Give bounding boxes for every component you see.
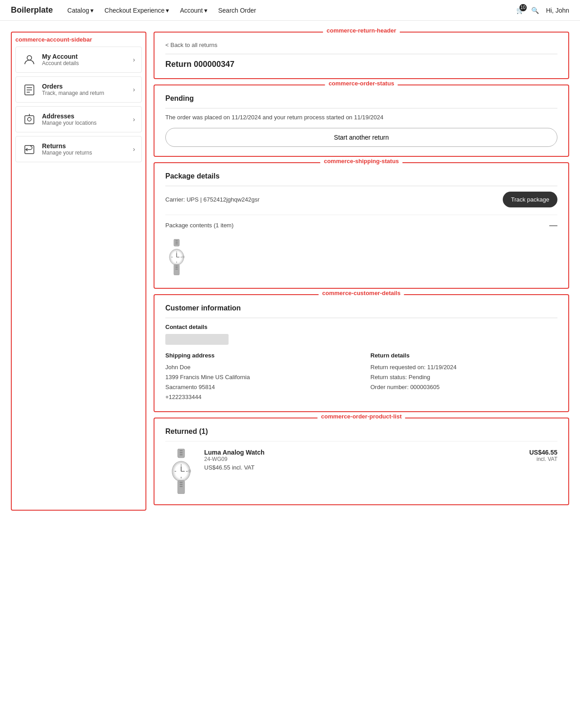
contact-placeholder [165, 334, 229, 345]
commerce-customer-details: commerce-customer-details Customer infor… [154, 294, 569, 412]
product-list-label: commerce-order-product-list [318, 413, 405, 420]
contact-details-label: Contact details [165, 324, 557, 330]
addresses-icon [22, 112, 37, 127]
product-name: Luma Analog Watch [204, 449, 522, 456]
return-details-title: Return details [370, 352, 557, 359]
sidebar-orders-title: Orders [42, 83, 104, 90]
orders-icon [22, 82, 37, 97]
svg-rect-5 [25, 116, 34, 124]
chevron-down-icon: ▾ [166, 7, 169, 14]
product-watch-svg [165, 449, 197, 494]
svg-rect-12 [175, 244, 178, 244]
nav-account[interactable]: Account ▾ [180, 7, 207, 14]
svg-point-6 [28, 117, 31, 121]
returns-icon [22, 142, 37, 156]
nav-checkout-experience[interactable]: Checkout Experience ▾ [104, 7, 169, 14]
commerce-account-sidebar: commerce-account-sidebar My Account Acco… [11, 32, 146, 511]
table-row: Luma Analog Watch 24-WG09 US$46.55 incl.… [165, 441, 557, 495]
svg-rect-28 [180, 451, 183, 451]
site-logo[interactable]: Boilerplate [11, 5, 53, 15]
product-price-vat: incl. VAT [529, 456, 557, 462]
sidebar-label: commerce-account-sidebar [15, 36, 142, 43]
order-status-label: commerce-order-status [325, 80, 398, 87]
sidebar-item-addresses[interactable]: Addresses Manage your locations › [15, 106, 142, 132]
nav-search-order[interactable]: Search Order [218, 7, 256, 14]
carrier-row: Carrier: UPS | 6752412jghqw242gsr Track … [165, 192, 557, 207]
nav-catalog[interactable]: Catalog ▾ [67, 7, 94, 14]
product-price-main: US$46.55 [529, 449, 557, 456]
svg-rect-29 [180, 452, 183, 453]
main-container: commerce-account-sidebar My Account Acco… [0, 21, 580, 521]
return-order-number: Order number: 000003605 [370, 382, 557, 392]
package-item-image [165, 235, 557, 279]
account-icon [22, 52, 37, 67]
return-number: Return 000000347 [165, 60, 557, 69]
sidebar-item-orders[interactable]: Orders Track, manage and return › [15, 76, 142, 103]
package-contents-label: Package contents (1 item) [165, 222, 234, 229]
product-sku: 24-WG09 [204, 456, 522, 462]
package-contents-row: Package contents (1 item) — [165, 215, 557, 230]
package-details-title: Package details [165, 172, 557, 180]
carrier-text: Carrier: UPS | 6752412jghqw242gsr [165, 196, 260, 203]
track-package-button[interactable]: Track package [503, 192, 557, 207]
chevron-down-icon: ▾ [90, 7, 94, 14]
sidebar-item-my-account[interactable]: My Account Account details › [15, 47, 142, 73]
svg-rect-26 [175, 269, 178, 270]
collapse-icon[interactable]: — [549, 221, 557, 230]
product-details: Luma Analog Watch 24-WG09 US$46.55 incl.… [204, 449, 522, 471]
sidebar-my-account-title: My Account [42, 53, 79, 60]
chevron-down-icon: ▾ [204, 7, 207, 14]
shipping-address-col: Shipping address John Doe 1399 Francis M… [165, 352, 352, 402]
shipping-address-title: Shipping address [165, 352, 352, 359]
svg-rect-43 [180, 484, 183, 485]
commerce-return-header: commerce-return-header Back to all retur… [154, 32, 569, 79]
return-details-col: Return details Return requested on: 11/1… [370, 352, 557, 402]
svg-rect-44 [180, 486, 183, 487]
product-price-right: US$46.55 incl. VAT [529, 449, 557, 462]
svg-rect-24 [175, 266, 178, 267]
return-header-label: commerce-return-header [323, 27, 400, 34]
shipping-city: Sacramento 95814 [165, 382, 352, 392]
sidebar-item-returns[interactable]: Returns Manage your returns › [15, 136, 142, 162]
watch-svg-image [165, 239, 188, 275]
svg-rect-22 [182, 256, 184, 258]
svg-rect-11 [175, 242, 178, 243]
customer-info-title: Customer information [165, 304, 557, 312]
shipping-street: 1399 Francis Mine US California [165, 372, 352, 382]
address-return-row: Shipping address John Doe 1399 Francis M… [165, 352, 557, 402]
commerce-order-product-list: commerce-order-product-list Returned (1) [154, 418, 569, 505]
shipping-status-label: commerce-shipping-status [320, 158, 402, 164]
returned-title: Returned (1) [165, 427, 557, 436]
svg-point-0 [27, 56, 32, 60]
sidebar-returns-sub: Manage your returns [42, 150, 92, 156]
chevron-right-icon: › [133, 146, 135, 153]
start-return-button[interactable]: Start another return [165, 128, 557, 147]
product-image [165, 449, 197, 495]
search-icon[interactable]: 🔍 [531, 7, 539, 14]
return-requested-on: Return requested on: 11/19/2024 [370, 362, 557, 372]
customer-details-label: commerce-customer-details [318, 290, 404, 296]
content-area: commerce-return-header Back to all retur… [154, 32, 569, 511]
order-status-description: The order was placed on 11/12/2024 and y… [165, 114, 557, 121]
return-status: Return status: Pending [370, 372, 557, 382]
svg-rect-42 [180, 482, 183, 483]
sidebar-addresses-title: Addresses [42, 113, 97, 120]
back-to-returns-link[interactable]: Back to all returns [165, 42, 557, 48]
chevron-right-icon: › [133, 86, 135, 93]
commerce-shipping-status: commerce-shipping-status Package details… [154, 162, 569, 289]
sidebar-addresses-sub: Manage your locations [42, 120, 97, 126]
sidebar-returns-title: Returns [42, 142, 92, 150]
user-greeting: Hi, John [546, 7, 569, 14]
shipping-name: John Doe [165, 362, 352, 372]
nav-right: 🛒 10 🔍 Hi, John [516, 7, 569, 14]
sidebar-my-account-sub: Account details [42, 60, 79, 66]
shipping-phone: +1222333444 [165, 392, 352, 402]
svg-rect-30 [180, 455, 183, 456]
chevron-right-icon: › [133, 116, 135, 123]
main-nav: Boilerplate Catalog ▾ Checkout Experienc… [0, 0, 580, 21]
product-price-line: US$46.55 incl. VAT [204, 464, 522, 471]
cart-button[interactable]: 🛒 10 [516, 7, 524, 14]
svg-rect-40 [189, 470, 191, 473]
cart-badge: 10 [519, 4, 527, 11]
chevron-right-icon: › [133, 56, 135, 63]
